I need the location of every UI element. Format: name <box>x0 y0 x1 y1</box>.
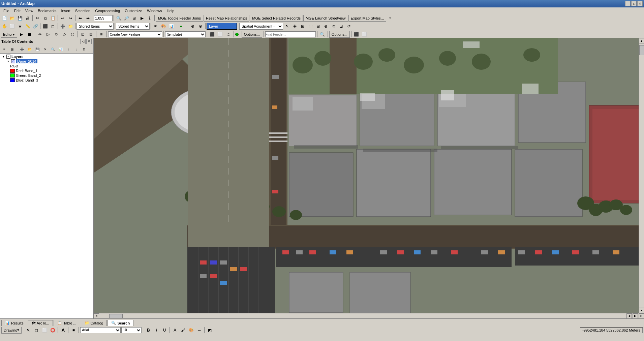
editor-extra1[interactable]: ⬛ <box>353 31 360 38</box>
menu-selection[interactable]: Selection <box>73 8 92 13</box>
measure-button[interactable]: 📏 <box>24 23 31 30</box>
clear-selection-button[interactable]: ◻ <box>49 23 57 30</box>
menu-edit[interactable]: Edit <box>12 8 23 13</box>
draw-shadow[interactable]: ◩ <box>206 327 213 334</box>
dane2014-expand[interactable]: ▾ <box>6 59 10 63</box>
toc-list-by-source[interactable]: ⊞ <box>8 45 16 53</box>
edit-stop[interactable]: ⏹ <box>26 31 33 38</box>
options2-button[interactable]: Options... <box>329 31 350 38</box>
bookmark-button[interactable]: ★ <box>16 23 24 30</box>
editor-extra2[interactable]: ⬜ <box>361 31 368 38</box>
scroll-thumb-v[interactable] <box>639 45 644 55</box>
toc-save-layer[interactable]: 💾 <box>34 45 41 53</box>
redo-button[interactable]: ↪ <box>67 14 74 22</box>
draw-line[interactable]: ◻ <box>33 327 40 334</box>
symbology-button[interactable]: 🎨 <box>160 23 167 30</box>
toc-collapse-button[interactable]: ◁ <box>80 39 86 44</box>
undo-button[interactable]: ↩ <box>59 14 66 22</box>
menu-bookmarks[interactable]: Bookmarks <box>36 8 58 13</box>
minimize-button[interactable]: ─ <box>625 1 631 6</box>
edit-pencil[interactable]: ✏ <box>36 31 44 38</box>
editor-dropdown[interactable]: Editor▾ <box>1 31 17 38</box>
layers-root[interactable]: ▾ ✓ Layers <box>1 54 92 59</box>
toc-zoom-layer[interactable]: 🔍 <box>49 45 57 53</box>
paste-button[interactable]: 📋 <box>49 14 57 22</box>
scroll-left-button[interactable]: ◄ <box>94 313 99 319</box>
sa-tool8[interactable]: ⟳ <box>345 23 353 30</box>
identify-button[interactable]: ℹ <box>146 14 153 22</box>
map-nav2[interactable]: ▶ <box>633 313 638 319</box>
font-size-selector[interactable]: 10 <box>121 327 142 333</box>
tab-arcto[interactable]: 🗺 ArcTo... <box>28 320 53 326</box>
sa-tool4[interactable]: ⊟ <box>314 23 322 30</box>
select-features-button[interactable]: ⬛ <box>41 23 49 30</box>
layers-expand-icon[interactable]: ▾ <box>1 55 5 59</box>
menu-customize[interactable]: Customize <box>123 8 144 13</box>
edit-fix[interactable]: ⊠ <box>87 31 95 38</box>
print-button[interactable]: 🖨 <box>24 14 31 22</box>
dane2014-checkbox[interactable]: ✓ <box>11 59 15 63</box>
sa-icon2[interactable]: ⊗ <box>197 23 204 30</box>
edit-node[interactable]: ⬡ <box>69 31 76 38</box>
draw-font-color[interactable]: A <box>171 327 179 334</box>
sa-tool7[interactable]: ⊿ <box>338 23 345 30</box>
attribute-button[interactable]: 📊 <box>167 23 175 30</box>
edit-more2[interactable]: ⬜ <box>217 31 224 38</box>
draw-oval[interactable]: ⭕ <box>49 327 56 334</box>
pan-button[interactable]: ✋ <box>1 23 8 30</box>
draw-line-color[interactable]: ─ <box>195 327 203 334</box>
edit-snap[interactable]: ⊡ <box>79 31 87 38</box>
draw-highlight[interactable]: 🖌 <box>179 327 187 334</box>
sa-tool5[interactable]: ⊕ <box>322 23 330 30</box>
new-button[interactable]: 📄 <box>1 14 8 22</box>
layer-visibility-button[interactable]: 👁 <box>152 23 159 30</box>
toc-remove-layer[interactable]: ✕ <box>41 45 49 53</box>
edit-vertex[interactable]: ◇ <box>61 31 68 38</box>
restore-button[interactable]: ◻ <box>631 1 637 6</box>
save-button[interactable]: 💾 <box>16 14 24 22</box>
toc-open-layer[interactable]: 📂 <box>26 45 33 53</box>
draw-select-tool[interactable]: ↖ <box>25 327 32 334</box>
layers-checkbox[interactable]: ✓ <box>6 55 10 59</box>
create-feature-dropdown[interactable]: Create New Feature <box>108 31 162 37</box>
feeder-search-button[interactable]: 🔍 <box>319 31 326 38</box>
dane2014-layer[interactable]: ▾ ✓ Dane_2014 <box>1 59 92 64</box>
map-nav1[interactable]: ◀ <box>626 313 632 319</box>
sa-tool2[interactable]: ⊞ <box>299 23 306 30</box>
catalog-button[interactable]: 📁 <box>67 23 74 30</box>
stored-items-select[interactable]: Stored Items <box>116 23 150 30</box>
scroll-up-button[interactable]: ▲ <box>639 38 644 43</box>
nav-button[interactable]: ⬅ <box>76 14 84 22</box>
add-data-button[interactable]: ➕ <box>59 23 66 30</box>
edit-more3[interactable]: ⬭ <box>225 31 232 38</box>
zoom-rect-button[interactable]: ⬜ <box>8 23 16 30</box>
scroll-right-button[interactable]: ► <box>639 313 644 319</box>
scroll-down-button[interactable]: ▼ <box>639 308 644 313</box>
mge-select-related[interactable]: MGE Select Related Records <box>250 15 303 22</box>
copy-button[interactable]: ⧉ <box>41 14 49 22</box>
edit-select[interactable]: ▷ <box>44 31 52 38</box>
toc-properties[interactable]: ⚙ <box>80 45 88 53</box>
mge-toggle-feeder[interactable]: MGE Toggle Feeder Joins <box>156 15 203 22</box>
draw-rect[interactable]: ⬜ <box>41 327 48 334</box>
mge-reset-map[interactable]: Reset Map Relationships <box>204 15 249 22</box>
toc-open-attr[interactable]: 📊 <box>57 45 64 53</box>
menu-geoprocessing[interactable]: Geoprocessing <box>93 8 122 13</box>
zoom-in-button[interactable]: 🔍 <box>115 14 122 22</box>
font-selector[interactable]: Arial <box>80 327 121 333</box>
toc-add-layer[interactable]: ➕ <box>18 45 26 53</box>
menu-insert[interactable]: Insert <box>59 8 72 13</box>
mge-export-styles[interactable]: Export Map Styles... <box>348 15 386 22</box>
tab-search[interactable]: 🔍 Search <box>108 320 133 326</box>
menu-windows[interactable]: Windows <box>145 8 164 13</box>
map-scrollbar-vertical[interactable]: ▲ ▼ <box>639 38 644 313</box>
drawing-dropdown[interactable]: Drawing▾ <box>1 327 22 334</box>
hyperlink-button[interactable]: 🔗 <box>32 23 39 30</box>
tab-table[interactable]: 📋 Table ... <box>54 320 80 326</box>
find-feeder-input[interactable] <box>265 31 316 37</box>
edit-attr[interactable]: ≡ <box>98 31 105 38</box>
draw-bold[interactable]: B <box>145 327 152 334</box>
menu-help[interactable]: Help <box>165 8 177 13</box>
scroll-thumb-h[interactable] <box>109 314 123 318</box>
sa-tool3[interactable]: ⬚ <box>307 23 314 30</box>
